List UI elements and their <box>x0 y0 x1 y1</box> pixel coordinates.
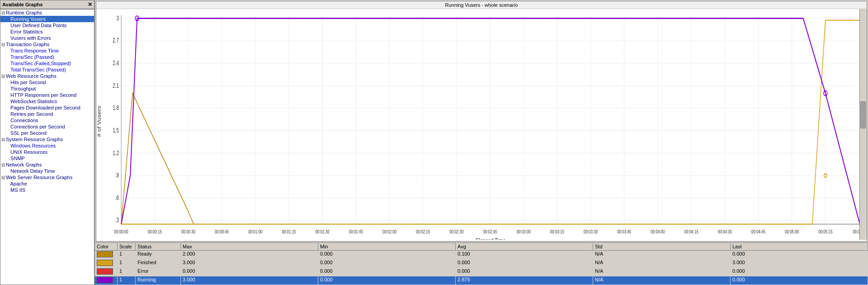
svg-text:00:01:45: 00:01:45 <box>349 229 363 235</box>
tree-leaf-network-delay[interactable]: Network Delay Time <box>0 168 94 174</box>
svg-text:00:02:30: 00:02:30 <box>449 229 463 235</box>
legend-cell-last-finished: 3.000 <box>731 259 868 267</box>
svg-text:2.1: 2.1 <box>113 82 119 89</box>
svg-text:00:00:00: 00:00:00 <box>114 229 128 235</box>
legend-cell-min-finished: 0.000 <box>318 259 456 267</box>
svg-text:# of Vusers: # of Vusers <box>97 106 102 137</box>
svg-text:2.4: 2.4 <box>113 59 119 66</box>
sidebar-header: Available Graphs ✕ <box>0 0 94 9</box>
tree-leaf-http-resp[interactable]: HTTP Responses per Second <box>0 92 94 98</box>
legend-cell-avg-running: 2.875 <box>456 276 593 285</box>
chart-svg: 3 2.7 2.4 2.1 1.8 1.5 1.2 .9 .6 .3 # of … <box>96 9 867 240</box>
legend-cell-color-ready <box>95 251 118 259</box>
tree-leaf-trans-response[interactable]: Trans Response Time <box>0 48 94 54</box>
legend-cell-scale-running: 1 <box>118 276 136 285</box>
tree-leaf-websocket[interactable]: WebSocket Statistics <box>0 98 94 104</box>
sidebar-title: Available Graphs <box>2 2 42 7</box>
legend-col-std: Std <box>593 243 731 250</box>
legend-cell-color-running <box>95 276 118 285</box>
tree-leaf-msiis[interactable]: MS IIS <box>0 187 94 193</box>
legend-col-avg: Avg <box>456 243 593 250</box>
category-system[interactable]: ⊟ System Resource Graphs <box>0 136 94 142</box>
legend-cell-last-running: 0.000 <box>731 276 868 285</box>
legend-row-finished[interactable]: 1 Finished 3.000 0.000 0.000 N/A 3.000 <box>95 259 868 268</box>
scrollbar-track[interactable] <box>859 9 867 240</box>
legend-cell-std-finished: N/A <box>593 259 731 267</box>
tree-leaf-pages-dl[interactable]: Pages Downloaded per Second <box>0 104 94 111</box>
legend-cell-status-finished: Finished <box>136 259 181 267</box>
svg-text:00:04:15: 00:04:15 <box>684 229 698 235</box>
chart-container: Running Vusers - whole scenario <box>96 1 867 242</box>
svg-text:00:05:00: 00:05:00 <box>785 229 799 235</box>
tree-leaf-user-defined[interactable]: User Defined Data Points <box>0 22 94 28</box>
tree-leaf-connections[interactable]: Connections <box>0 117 94 124</box>
tree-leaf-trans-sec-failed[interactable]: Trans/Sec (Failed,Stopped) <box>0 60 94 66</box>
category-webserver-label: Web Server Resource Graphs <box>6 175 72 180</box>
svg-text:1.8: 1.8 <box>113 104 119 112</box>
tree-leaf-trans-sec-passed[interactable]: Trans/Sec (Passed) <box>0 54 94 60</box>
right-panel: Running Vusers - whole scenario <box>95 0 868 285</box>
tree-leaf-retries[interactable]: Retries per Second <box>0 111 94 117</box>
legend-cell-avg-finished: 0.000 <box>456 259 593 267</box>
svg-text:00:03:00: 00:03:00 <box>517 229 531 235</box>
legend-cell-last-error: 0.000 <box>731 268 868 276</box>
expand-icon-web: ⊟ <box>1 74 5 79</box>
legend-cell-max-running: 3.000 <box>181 276 318 285</box>
expand-icon-sys: ⊟ <box>1 137 5 142</box>
tree-leaf-snmp[interactable]: SNMP <box>0 155 94 162</box>
svg-text:.9: .9 <box>115 172 119 179</box>
category-network[interactable]: ⊟ Network Graphs <box>0 162 94 168</box>
svg-text:00:00:30: 00:00:30 <box>181 229 195 235</box>
tree-leaf-hits[interactable]: Hits per Second <box>0 79 94 86</box>
legend-cell-max-finished: 3.000 <box>181 259 318 267</box>
legend-header: Color Scale Status Max Min Avg Std Last <box>95 243 868 251</box>
legend-row-ready[interactable]: 1 Ready 2.000 0.000 0.100 N/A 0.000 <box>95 251 868 259</box>
tree-leaf-running-vusers[interactable]: Running Vusers <box>0 16 94 22</box>
legend-row-error[interactable]: 1 Error 0.000 0.000 0.000 N/A 0.000 <box>95 268 868 276</box>
tree-leaf-windows[interactable]: Windows Resources <box>0 142 94 149</box>
tree-leaf-throughput[interactable]: Throughput <box>0 86 94 92</box>
legend-row-running[interactable]: 1 Running 3.000 0.000 2.875 N/A 0.000 <box>95 276 868 285</box>
tree-leaf-conn-per-sec[interactable]: Connections per Second <box>0 124 94 130</box>
svg-text:00:02:15: 00:02:15 <box>416 229 430 235</box>
chart-title: Running Vusers - whole scenario <box>96 1 867 9</box>
legend-cell-scale-error: 1 <box>118 268 136 276</box>
legend-cell-min-running: 0.000 <box>318 276 456 285</box>
category-webserver[interactable]: ⊟ Web Server Resource Graphs <box>0 174 94 180</box>
svg-text:1.5: 1.5 <box>113 127 119 134</box>
legend-col-max: Max <box>181 243 318 250</box>
svg-text:3: 3 <box>117 14 119 22</box>
legend-table: Color Scale Status Max Min Avg Std Last … <box>95 242 868 285</box>
close-icon[interactable]: ✕ <box>88 1 92 8</box>
legend-cell-std-error: N/A <box>593 268 731 276</box>
tree-leaf-total-trans[interactable]: Total Trans/Sec (Passed) <box>0 66 94 73</box>
tree-leaf-unix[interactable]: UNIX Resources <box>0 149 94 155</box>
svg-text:00:04:45: 00:04:45 <box>751 229 765 235</box>
svg-text:00:04:00: 00:04:00 <box>651 229 665 235</box>
color-swatch-running <box>97 277 113 283</box>
svg-text:00:02:45: 00:02:45 <box>483 229 497 235</box>
legend-cell-avg-error: 0.000 <box>456 268 593 276</box>
svg-text:00:04:30: 00:04:30 <box>718 229 732 235</box>
svg-text:Elapsed Time: Elapsed Time <box>476 237 506 240</box>
tree-leaf-ssl[interactable]: SSL per Second <box>0 130 94 136</box>
legend-cell-scale-finished: 1 <box>118 259 136 267</box>
category-system-label: System Resource Graphs <box>6 137 63 142</box>
legend-cell-color-error <box>95 268 118 276</box>
tree-leaf-error-stats[interactable]: Error Statistics <box>0 28 94 35</box>
tree-leaf-apache[interactable]: Apache <box>0 180 94 187</box>
category-runtime[interactable]: ⊟ Runtime Graphs <box>0 10 94 16</box>
svg-text:00:00:45: 00:00:45 <box>215 229 229 235</box>
color-swatch-ready <box>97 251 113 257</box>
scrollbar-thumb[interactable] <box>860 101 866 128</box>
expand-icon-ws: ⊟ <box>1 175 5 180</box>
category-transaction[interactable]: ⊟ Transaction Graphs <box>0 41 94 48</box>
legend-cell-scale-ready: 1 <box>118 251 136 259</box>
legend-col-color: Color <box>95 243 118 250</box>
legend-cell-status-running: Running <box>136 276 181 285</box>
tree-leaf-vusers-errors[interactable]: Vusers with Errors <box>0 35 94 41</box>
category-web-resource-label: Web Resource Graphs <box>6 73 57 79</box>
legend-cell-min-ready: 0.000 <box>318 251 456 259</box>
svg-text:00:05:15: 00:05:15 <box>818 229 832 235</box>
category-web-resource[interactable]: ⊟ Web Resource Graphs <box>0 73 94 79</box>
